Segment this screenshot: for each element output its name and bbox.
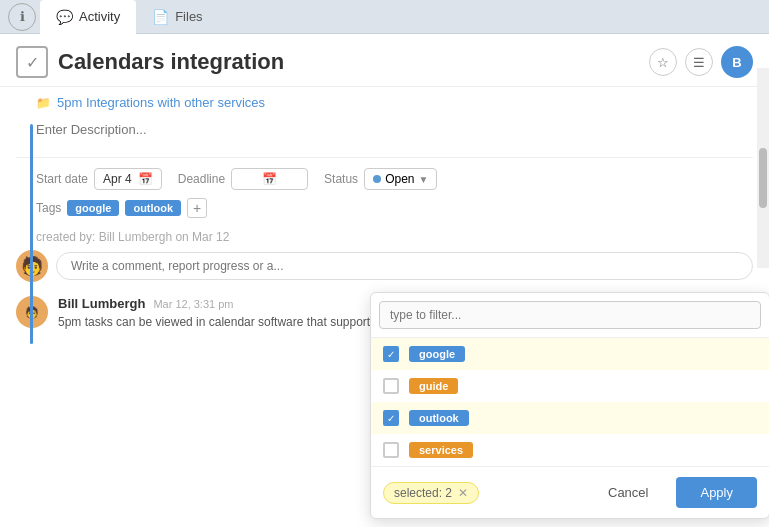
top-tabs-bar: ℹ 💬 Activity 📄 Files bbox=[0, 0, 769, 34]
deadline-input[interactable]: 📅 bbox=[231, 168, 308, 190]
comment-section: 🧑 bbox=[16, 250, 753, 282]
start-date-value: Apr 4 bbox=[103, 172, 132, 186]
status-group: Status Open ▼ bbox=[324, 168, 437, 190]
scroll-thumb[interactable] bbox=[759, 148, 767, 208]
project-link-text: 5pm Integrations with other services bbox=[57, 95, 265, 110]
checkbox-google[interactable] bbox=[383, 346, 399, 362]
apply-button[interactable]: Apply bbox=[676, 477, 757, 508]
add-tag-button[interactable]: + bbox=[187, 198, 207, 218]
tab-files[interactable]: 📄 Files bbox=[136, 0, 218, 34]
checkbox-outlook[interactable] bbox=[383, 410, 399, 426]
status-dot bbox=[373, 175, 381, 183]
cancel-button[interactable]: Cancel bbox=[588, 477, 668, 508]
tags-row: Tags google outlook + bbox=[16, 198, 753, 218]
status-label: Status bbox=[324, 172, 358, 186]
page-title: Calendars integration bbox=[58, 49, 639, 75]
activity-author: Bill Lumbergh bbox=[58, 296, 145, 311]
avatar-initial: B bbox=[732, 55, 741, 70]
file-icon: 📄 bbox=[152, 9, 169, 25]
tag-pill-google: google bbox=[409, 346, 465, 362]
list-item[interactable]: services bbox=[371, 434, 769, 466]
start-date-group: Start date Apr 4 📅 bbox=[36, 168, 162, 190]
tag-pill-guide: guide bbox=[409, 378, 458, 394]
list-icon: ☰ bbox=[693, 55, 705, 70]
list-button[interactable]: ☰ bbox=[685, 48, 713, 76]
tag-outlook[interactable]: outlook bbox=[125, 200, 181, 216]
tab-activity[interactable]: 💬 Activity bbox=[40, 0, 136, 34]
checkbox-guide[interactable] bbox=[383, 378, 399, 394]
info-tab[interactable]: ℹ bbox=[8, 3, 36, 31]
fields-row: Start date Apr 4 📅 Deadline 📅 Status Ope… bbox=[16, 168, 753, 190]
list-item[interactable]: google bbox=[371, 338, 769, 370]
blue-accent-bar bbox=[30, 124, 33, 344]
calendar-icon: 📅 bbox=[138, 172, 153, 186]
clear-selection-button[interactable]: ✕ bbox=[458, 486, 468, 500]
tab-activity-label: Activity bbox=[79, 9, 120, 24]
chevron-down-icon: ▼ bbox=[418, 174, 428, 185]
selected-badge: selected: 2 ✕ bbox=[383, 482, 479, 504]
tags-dropdown: google guide outlook services selected: … bbox=[370, 292, 769, 519]
description-input[interactable] bbox=[16, 118, 753, 158]
project-link[interactable]: 📁 5pm Integrations with other services bbox=[16, 95, 753, 110]
chat-icon: 💬 bbox=[56, 9, 73, 25]
selected-count: selected: 2 bbox=[394, 486, 452, 500]
star-button[interactable]: ☆ bbox=[649, 48, 677, 76]
task-check-button[interactable]: ✓ bbox=[16, 46, 48, 78]
footer-buttons: Cancel Apply bbox=[588, 477, 757, 508]
created-by-text: created by: Bill Lumbergh on Mar 12 bbox=[16, 230, 753, 244]
list-item[interactable]: guide bbox=[371, 370, 769, 402]
dropdown-list: google guide outlook services bbox=[371, 338, 769, 466]
page-header: ✓ Calendars integration ☆ ☰ B bbox=[0, 34, 769, 87]
deadline-group: Deadline 📅 bbox=[178, 168, 308, 190]
list-item[interactable]: outlook bbox=[371, 402, 769, 434]
tags-label: Tags bbox=[36, 201, 61, 215]
status-select[interactable]: Open ▼ bbox=[364, 168, 437, 190]
activity-time: Mar 12, 3:31 pm bbox=[153, 298, 233, 310]
filter-input[interactable] bbox=[379, 301, 761, 329]
scrollbar[interactable] bbox=[757, 68, 769, 268]
tab-files-label: Files bbox=[175, 9, 202, 24]
comment-input[interactable] bbox=[56, 252, 753, 280]
dropdown-filter-area bbox=[371, 293, 769, 338]
checkbox-services[interactable] bbox=[383, 442, 399, 458]
deadline-calendar-icon: 📅 bbox=[262, 172, 277, 186]
start-date-label: Start date bbox=[36, 172, 88, 186]
tag-pill-services: services bbox=[409, 442, 473, 458]
status-value: Open bbox=[385, 172, 414, 186]
start-date-input[interactable]: Apr 4 📅 bbox=[94, 168, 162, 190]
info-icon: ℹ bbox=[20, 9, 25, 24]
avatar[interactable]: B bbox=[721, 46, 753, 78]
tag-pill-outlook: outlook bbox=[409, 410, 469, 426]
main-content: ✓ Calendars integration ☆ ☰ B 📁 5pm Inte… bbox=[0, 34, 769, 527]
star-icon: ☆ bbox=[657, 55, 669, 70]
deadline-label: Deadline bbox=[178, 172, 225, 186]
check-symbol: ✓ bbox=[26, 53, 39, 72]
dropdown-footer: selected: 2 ✕ Cancel Apply bbox=[371, 466, 769, 518]
header-actions: ☆ ☰ B bbox=[649, 46, 753, 78]
tag-google[interactable]: google bbox=[67, 200, 119, 216]
folder-icon: 📁 bbox=[36, 96, 51, 110]
